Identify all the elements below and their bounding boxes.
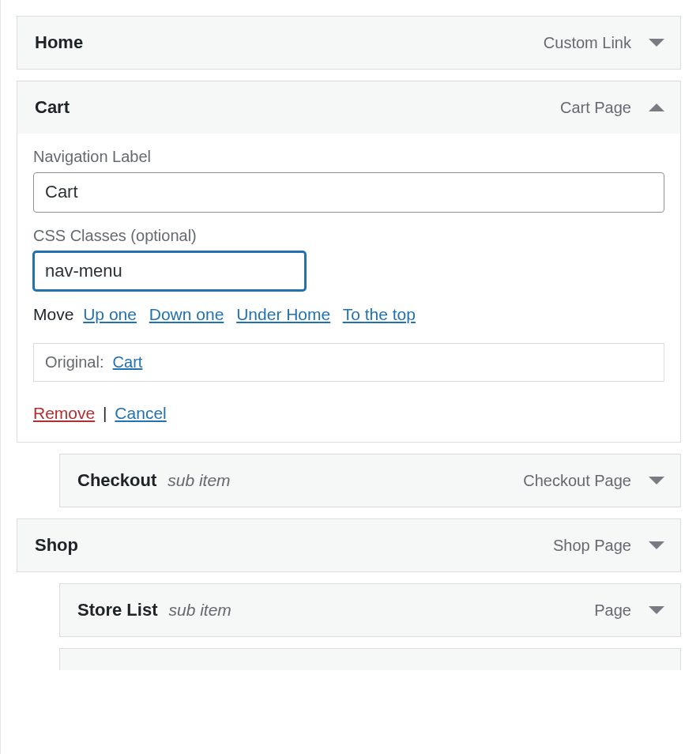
- move-label: Move: [33, 305, 73, 323]
- action-separator: |: [103, 404, 107, 422]
- menu-item-header[interactable]: Cart Cart Page: [17, 81, 680, 134]
- menu-item-subtext: sub item: [168, 601, 231, 620]
- menu-item-title: Home: [35, 32, 83, 53]
- navigation-label-label: Navigation Label: [33, 148, 664, 166]
- menu-item-subtext: sub item: [167, 471, 230, 490]
- menu-item-home: Home Custom Link: [17, 16, 681, 70]
- menu-item-header[interactable]: Checkout sub item Checkout Page: [60, 454, 680, 507]
- menu-item-type: Cart Page: [560, 99, 631, 117]
- menu-item-header[interactable]: Shop Shop Page: [17, 519, 680, 571]
- css-classes-input[interactable]: [33, 251, 306, 292]
- menu-item-title: Cart: [35, 97, 70, 118]
- menu-item-store-list: Store List sub item Page: [59, 583, 681, 637]
- move-to-top-link[interactable]: To the top: [343, 305, 416, 323]
- chevron-down-icon: [649, 541, 664, 549]
- original-label: Original:: [45, 353, 103, 371]
- remove-link[interactable]: Remove: [33, 404, 95, 422]
- menu-item-header[interactable]: Store List sub item Page: [60, 584, 680, 636]
- move-up-one-link[interactable]: Up one: [83, 305, 137, 323]
- menu-item-shop: Shop Shop Page: [17, 518, 681, 572]
- cancel-link[interactable]: Cancel: [115, 404, 166, 422]
- menu-item-title: Store List: [77, 600, 157, 620]
- menu-item-title: Checkout: [77, 470, 156, 491]
- css-classes-label: CSS Classes (optional): [33, 227, 664, 245]
- navigation-label-input[interactable]: [33, 172, 664, 213]
- item-actions: Remove | Cancel: [33, 404, 664, 423]
- chevron-down-icon: [649, 606, 664, 614]
- original-link[interactable]: Cart: [113, 353, 143, 371]
- chevron-down-icon: [649, 477, 664, 484]
- menu-item-partial: [59, 648, 681, 670]
- move-under-home-link[interactable]: Under Home: [236, 305, 330, 323]
- menu-item-header[interactable]: Home Custom Link: [17, 17, 680, 69]
- chevron-down-icon: [649, 39, 664, 47]
- menu-item-type: Custom Link: [544, 34, 631, 52]
- menu-item-body: Navigation Label CSS Classes (optional) …: [17, 134, 680, 442]
- menu-item-title: Shop: [35, 535, 78, 556]
- chevron-up-icon: [649, 104, 664, 111]
- move-row: Move Up one Down one Under Home To the t…: [33, 305, 664, 324]
- original-box: Original: Cart: [33, 343, 664, 382]
- menu-item-cart: Cart Cart Page Navigation Label CSS Clas…: [17, 81, 681, 443]
- menu-item-type: Shop Page: [553, 537, 631, 555]
- menu-item-checkout: Checkout sub item Checkout Page: [59, 454, 681, 507]
- move-down-one-link[interactable]: Down one: [149, 305, 224, 323]
- menu-item-type: Page: [594, 601, 631, 620]
- menu-item-type: Checkout Page: [523, 472, 631, 490]
